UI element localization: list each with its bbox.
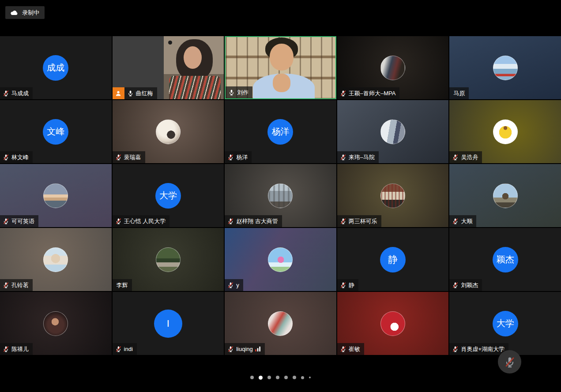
name-tag: 刘颖杰 [449,279,482,291]
participant-tile[interactable]: 李辉 [113,228,224,291]
participant-tile[interactable]: 大顺 [449,164,561,227]
mic-muted-icon [3,346,9,352]
participant-tile[interactable]: I indi [113,292,224,355]
participant-name: 大顺 [461,217,472,225]
participant-tile[interactable]: 陈禧儿 [0,292,112,355]
mic-muted-icon [115,218,122,224]
participant-name: indi [124,346,133,352]
avatar-initials: 大学 [497,317,514,329]
participant-tile[interactable]: 成成 马成成 [0,36,112,99]
avatar [380,119,405,144]
page-dot[interactable] [309,377,311,378]
name-tag: 崔敏 [337,343,364,355]
participant-tile[interactable]: liuqing [225,292,336,355]
page-dot[interactable] [293,376,296,379]
avatar-initials: 颖杰 [497,254,514,265]
avatar [43,183,68,208]
mic-muted-icon [340,218,346,224]
avatar [268,311,293,336]
avatar-initials: 文峰 [47,126,64,138]
participant-name: 王心恺 人民大学 [124,217,166,225]
page-dot[interactable] [267,376,271,379]
page-dot[interactable] [284,376,288,379]
participant-name: 赵梓翔 吉大商管 [236,217,278,225]
avatar: 大学 [493,311,518,336]
participant-tile[interactable]: 吴浩舟 [449,100,561,163]
participant-tile[interactable]: 可可英语 [0,164,112,227]
participant-name: 静 [349,281,354,289]
participant-tile[interactable]: 裴瑞嘉 [113,100,224,163]
avatar-initials: 大学 [159,190,177,202]
participant-tile[interactable]: 马原 [449,36,561,99]
mic-muted-icon [3,282,9,288]
participant-tile[interactable]: 两三杯可乐 [337,164,449,227]
participant-name: 吴浩舟 [461,153,478,161]
avatar [268,247,293,272]
mic-muted-icon [504,356,516,368]
host-person-icon [115,90,122,97]
participant-tile[interactable]: 崔敏 [337,292,449,355]
avatar [493,183,518,208]
participant-name: 林文峰 [11,153,29,161]
participant-tile[interactable]: 大学 王心恺 人民大学 [113,164,224,227]
participant-tile-active-speaker[interactable]: 刘作 [225,36,336,99]
participant-tile[interactable]: 大学 肖奥虚+湖南大学 [449,292,561,355]
mic-muted-icon [115,154,122,161]
avatar [380,311,405,336]
mute-button[interactable] [498,350,521,373]
participant-name: 陈禧儿 [11,345,29,353]
mic-muted-icon [340,154,346,161]
avatar [43,311,68,336]
name-tag: 刘作 [226,86,252,98]
avatar [493,119,518,144]
avatar: 杨洋 [267,119,293,145]
name-tag: y [225,279,243,291]
avatar-initials: I [167,318,169,329]
participant-name: 王颖–首师大–MPA [349,90,396,97]
mic-muted-icon [3,90,9,97]
participant-tile[interactable]: 静 静 [337,228,449,291]
name-tag: 孔铃茗 [0,279,33,291]
name-tag: 王心恺 人民大学 [113,215,170,227]
mic-muted-icon [452,282,459,288]
avatar [380,183,405,208]
name-tag: 两三杯可乐 [337,215,381,227]
meeting-window: 录制中 成成 马成成 [0,0,561,392]
participant-tile[interactable]: 颖杰 刘颖杰 [449,228,561,291]
avatar: I [154,310,182,338]
avatar-initials: 静 [388,253,398,266]
mic-muted-icon [452,218,459,224]
name-tag: 来玮–马院 [337,151,379,163]
avatar: 成成 [43,55,68,81]
participant-name: 两三杯可乐 [349,217,377,225]
participant-tile[interactable]: 赵梓翔 吉大商管 [225,164,336,227]
participant-tile[interactable]: 王颖–首师大–MPA [337,36,449,99]
participant-tile[interactable]: 来玮–马院 [337,100,449,163]
participant-tile[interactable]: y [225,228,336,291]
mic-muted-icon [340,282,346,288]
mic-muted-icon [452,154,459,161]
name-tag: 陈禧儿 [0,343,33,355]
participant-tile[interactable]: 杨洋 杨洋 [225,100,336,163]
avatar-initials: 成成 [47,62,64,74]
name-tag: 王颖–首师大–MPA [337,87,400,99]
pagination [0,374,561,381]
participant-tile[interactable]: 曲红梅 [113,36,224,99]
participant-tile[interactable]: 文峰 林文峰 [0,100,112,163]
mic-on-icon [228,89,235,96]
name-tag: 林文峰 [0,151,33,163]
avatar [43,247,68,272]
page-dot[interactable] [276,376,279,379]
participant-name: 孔铃茗 [11,281,29,289]
participant-tile[interactable]: 孔铃茗 [0,228,112,291]
name-tag: 裴瑞嘉 [113,151,145,163]
page-dot[interactable] [250,376,254,379]
participant-name: 可可英语 [11,217,34,225]
mic-muted-icon [3,154,9,161]
page-dot[interactable] [301,376,304,379]
name-tag: liuqing [225,343,265,355]
name-tag: indi [113,343,137,355]
network-signal-icon [255,347,261,351]
page-dot-active[interactable] [259,376,263,380]
name-tag: 马成成 [0,87,33,99]
